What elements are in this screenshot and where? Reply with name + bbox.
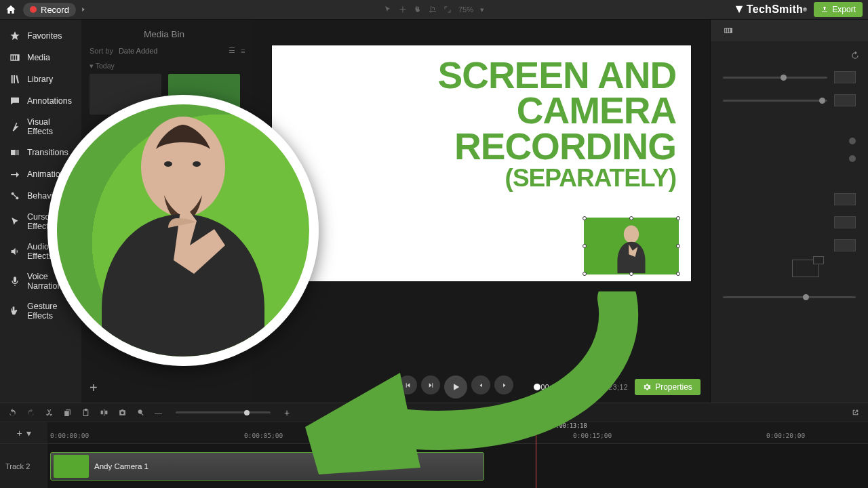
property-toggle[interactable]	[711, 150, 868, 167]
record-dot-icon	[30, 6, 37, 13]
split-icon[interactable]	[100, 408, 108, 417]
media-group-label: ▾ Today	[90, 62, 245, 70]
home-icon[interactable]	[5, 4, 16, 15]
next-marker-button[interactable]	[494, 375, 513, 394]
portrait-figure-icon	[75, 106, 292, 357]
property-slider[interactable]	[711, 291, 868, 304]
canvas-toolbar: 75% ▾	[384, 5, 484, 14]
select-tool-icon[interactable]	[384, 5, 392, 14]
slide-text: SCREEN AND CAMERA RECORDING (SEPARATELY)	[287, 58, 676, 190]
property-toggle[interactable]	[711, 132, 868, 150]
clip-thumbnail-icon	[54, 455, 89, 478]
undo-icon[interactable]	[8, 408, 17, 417]
zoom-in-button[interactable]: +	[284, 407, 290, 418]
paste-icon[interactable]	[81, 408, 90, 417]
redo-icon[interactable]	[26, 408, 35, 417]
position-diagram-icon[interactable]	[792, 260, 819, 277]
sidebar-item-media[interactable]: Media	[0, 47, 81, 68]
cut-icon[interactable]	[45, 408, 54, 417]
export-icon	[821, 5, 829, 14]
zoom-dropdown-icon[interactable]: ▾	[480, 5, 484, 14]
crop-tool-icon[interactable]	[429, 5, 437, 14]
top-bar: Record 75% ▾ TechSmith® Export	[0, 0, 868, 20]
svg-point-5	[193, 161, 201, 167]
gear-icon	[643, 383, 651, 391]
property-slider[interactable]	[711, 66, 868, 89]
properties-tab-video[interactable]	[711, 20, 868, 41]
copy-icon[interactable]	[63, 408, 72, 417]
timeline-toolbar: — +	[0, 403, 868, 422]
playback-bar: 00:00:13;18/00:00:23;12 Properties	[253, 371, 709, 403]
sort-by-label: Sort by	[90, 47, 113, 55]
add-media-button[interactable]: +	[90, 380, 98, 396]
brand-logo: TechSmith®	[734, 3, 808, 16]
property-value[interactable]	[711, 211, 868, 234]
canvas-area: SCREEN AND CAMERA RECORDING (SEPARATELY)	[253, 20, 709, 403]
export-button[interactable]: Export	[814, 2, 863, 17]
zoom-out-icon[interactable]	[136, 408, 145, 417]
track-label[interactable]: Track 2	[0, 444, 47, 488]
export-label: Export	[832, 5, 856, 14]
properties-panel	[710, 20, 868, 403]
record-label: Record	[41, 5, 69, 15]
canvas-slide[interactable]: SCREEN AND CAMERA RECORDING (SEPARATELY)	[272, 45, 691, 281]
track-options-button[interactable]: ▾	[26, 428, 31, 439]
play-button[interactable]	[444, 375, 467, 399]
timeline-ruler[interactable]: + ▾ 0:00:00;00 0:00:05;00 0:00:10;00 0:0…	[0, 422, 868, 443]
add-track-button[interactable]: +	[16, 428, 22, 439]
view-grid-icon[interactable]: ≡	[241, 47, 245, 55]
sort-dropdown[interactable]: Date Added	[119, 47, 158, 55]
property-value[interactable]	[711, 234, 868, 257]
timeline-track: Track 2 Andy Camera 1	[0, 443, 868, 488]
selected-clip-overlay[interactable]	[584, 218, 679, 274]
record-button[interactable]: Record	[23, 3, 76, 17]
zoom-level[interactable]: 75%	[458, 5, 473, 14]
record-menu-arrow-icon[interactable]	[80, 6, 87, 13]
screenshot-icon[interactable]	[118, 408, 127, 417]
timecode: 00:00:13;18/00:00:23;12	[540, 383, 628, 391]
previous-frame-button[interactable]	[398, 375, 417, 394]
properties-button[interactable]: Properties	[635, 379, 701, 395]
camera-figure-icon	[612, 222, 650, 274]
svg-point-4	[164, 161, 172, 167]
media-bin-title: Media Bin	[90, 26, 245, 46]
resize-tool-icon[interactable]	[443, 5, 452, 14]
property-value[interactable]	[711, 188, 868, 211]
previous-marker-button[interactable]	[471, 375, 490, 394]
timeline-clip[interactable]: Andy Camera 1	[50, 452, 484, 481]
hand-tool-icon[interactable]	[414, 5, 422, 14]
next-frame-button[interactable]	[421, 375, 440, 394]
reset-icon[interactable]	[850, 51, 860, 60]
overlay-portrait	[47, 95, 319, 366]
clip-name: Andy Camera 1	[94, 462, 149, 470]
sidebar-item-library[interactable]: Library	[0, 68, 81, 90]
property-slider[interactable]	[711, 89, 868, 112]
svg-point-2	[624, 225, 639, 243]
sidebar-item-favorites[interactable]: Favorites	[0, 25, 81, 47]
view-list-icon[interactable]: ☰	[229, 46, 235, 55]
timeline-zoom-slider[interactable]	[176, 411, 271, 413]
crosshair-tool-icon[interactable]	[399, 5, 407, 14]
detach-timeline-icon[interactable]	[851, 408, 860, 417]
playhead[interactable]: 0:00:13;18	[536, 429, 536, 488]
